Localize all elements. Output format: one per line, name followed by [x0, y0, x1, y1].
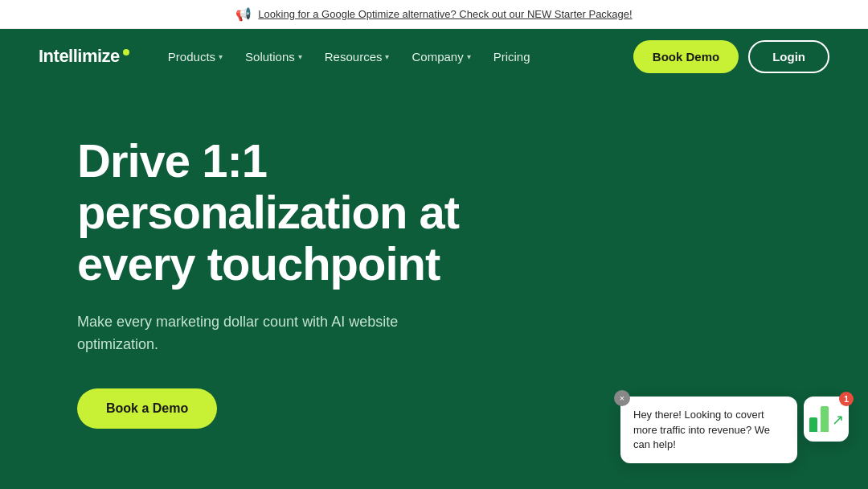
navbar-left: Intellimize Products ▾ Solutions ▾ Resou…	[39, 43, 540, 70]
logo-text: Intellimize	[39, 46, 120, 67]
chat-bubble: × Hey there! Looking to covert more traf…	[620, 397, 797, 463]
chevron-down-icon: ▾	[467, 52, 471, 61]
chevron-down-icon: ▾	[219, 52, 223, 61]
nav-item-products[interactable]: Products ▾	[158, 43, 232, 70]
chart-bar-2	[821, 406, 829, 432]
hero-subtitle: Make every marketing dollar count with A…	[77, 311, 399, 356]
navbar-right: Book Demo Login	[633, 40, 829, 73]
logo[interactable]: Intellimize	[39, 46, 129, 67]
arrow-up-icon: ↗	[832, 411, 844, 429]
nav-item-company[interactable]: Company ▾	[402, 43, 480, 70]
nav-item-pricing[interactable]: Pricing	[484, 43, 540, 70]
nav-item-resources[interactable]: Resources ▾	[315, 43, 399, 70]
chat-message: Hey there! Looking to covert more traffi…	[633, 409, 770, 450]
close-icon[interactable]: ×	[614, 390, 630, 406]
hero-title: Drive 1:1 personalization at every touch…	[77, 135, 575, 289]
book-demo-button[interactable]: Book Demo	[633, 40, 739, 73]
chart-bar-1	[809, 417, 817, 432]
nav-item-solutions[interactable]: Solutions ▾	[235, 43, 312, 70]
hero-cta-button[interactable]: Book a Demo	[77, 388, 217, 429]
megaphone-icon: 📢	[235, 6, 252, 22]
chat-widget: × Hey there! Looking to covert more traf…	[620, 397, 849, 463]
chat-chart-icon: ↗	[809, 406, 844, 432]
login-button[interactable]: Login	[748, 40, 829, 73]
announcement-bar: 📢 Looking for a Google Optimize alternat…	[0, 0, 868, 29]
logo-dot	[123, 49, 129, 55]
chevron-down-icon: ▾	[298, 52, 302, 61]
chevron-down-icon: ▾	[385, 52, 389, 61]
chat-avatar[interactable]: 1 ↗	[804, 397, 849, 442]
navbar: Intellimize Products ▾ Solutions ▾ Resou…	[0, 29, 868, 84]
nav-links: Products ▾ Solutions ▾ Resources ▾ Compa…	[158, 43, 540, 70]
announcement-link[interactable]: Looking for a Google Optimize alternativ…	[258, 8, 632, 20]
